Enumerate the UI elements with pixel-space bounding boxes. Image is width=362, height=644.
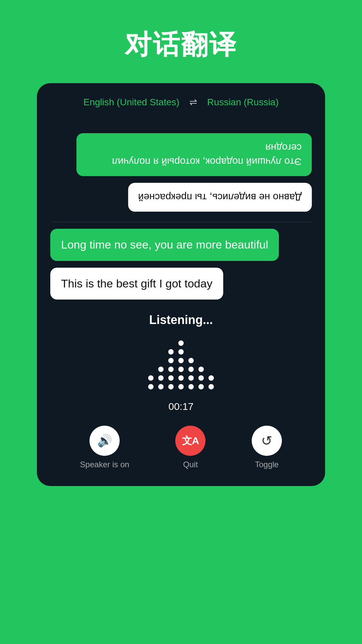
dot-col-7 (208, 375, 214, 389)
quit-control: 文A Quit (175, 426, 205, 469)
bubble-english-green: Long time no see, you are more beautiful (50, 229, 279, 261)
dot-col-1 (148, 375, 154, 389)
dot (188, 358, 194, 363)
dot-col-6 (198, 367, 204, 389)
dot (188, 375, 194, 381)
right-language[interactable]: Russian (Russia) (207, 97, 279, 108)
bubble-english-white: This is the best gift I got today (50, 268, 223, 300)
dot (168, 367, 174, 372)
toggle-icon: ↺ (261, 433, 273, 448)
speaker-label: Speaker is on (80, 460, 129, 469)
toggle-button[interactable]: ↺ (252, 426, 282, 456)
dot (198, 384, 204, 389)
upper-section: Это лучший подарок, который я получил се… (50, 118, 312, 218)
speaker-control: 🔊 Speaker is on (80, 426, 129, 469)
quit-button[interactable]: 文A (175, 426, 205, 456)
dot (178, 367, 184, 372)
dot (198, 367, 204, 372)
dot (178, 384, 184, 389)
main-card: English (United States) ⇌ Russian (Russi… (37, 83, 325, 486)
dot (168, 375, 174, 381)
dot (158, 367, 164, 372)
language-bar: English (United States) ⇌ Russian (Russi… (50, 97, 312, 108)
dot (188, 384, 194, 389)
speaker-button[interactable]: 🔊 (89, 426, 120, 456)
dot (168, 349, 174, 355)
divider (50, 222, 312, 222)
swap-icon[interactable]: ⇌ (189, 97, 197, 108)
controls-bar: 🔊 Speaker is on 文A Quit ↺ Toggle (50, 426, 312, 469)
translate-icon: 文A (182, 434, 199, 448)
dot-col-5 (188, 358, 194, 389)
listening-section: Listening... (50, 313, 312, 422)
dot (188, 367, 194, 372)
dot (168, 384, 174, 389)
dot-col-3 (168, 349, 174, 389)
page-title: 对话翻译 (125, 27, 237, 63)
dot (158, 384, 164, 389)
toggle-label: Toggle (255, 460, 279, 469)
quit-label: Quit (183, 460, 198, 469)
toggle-control: ↺ Toggle (252, 426, 282, 469)
dot (168, 358, 174, 363)
dot (208, 384, 214, 389)
dot (178, 358, 184, 363)
lower-section: Long time no see, you are more beautiful… (50, 225, 312, 300)
listening-label: Listening... (149, 313, 213, 327)
dot-col-4 (178, 340, 184, 389)
dot (158, 375, 164, 381)
dot (208, 375, 214, 381)
dot (178, 349, 184, 355)
waveform (148, 336, 214, 389)
dot-col-2 (158, 367, 164, 389)
timer: 00:17 (168, 401, 193, 412)
dot (178, 375, 184, 381)
bubble-russian-green: Это лучший подарок, который я получил се… (76, 133, 312, 176)
dot (148, 375, 154, 381)
dot (148, 384, 154, 389)
left-language[interactable]: English (United States) (83, 97, 179, 108)
dot (198, 375, 204, 381)
bubble-russian-white: Давно не виделись, ты прекрасней (128, 183, 312, 212)
dot (178, 340, 184, 346)
speaker-icon: 🔊 (97, 434, 112, 448)
